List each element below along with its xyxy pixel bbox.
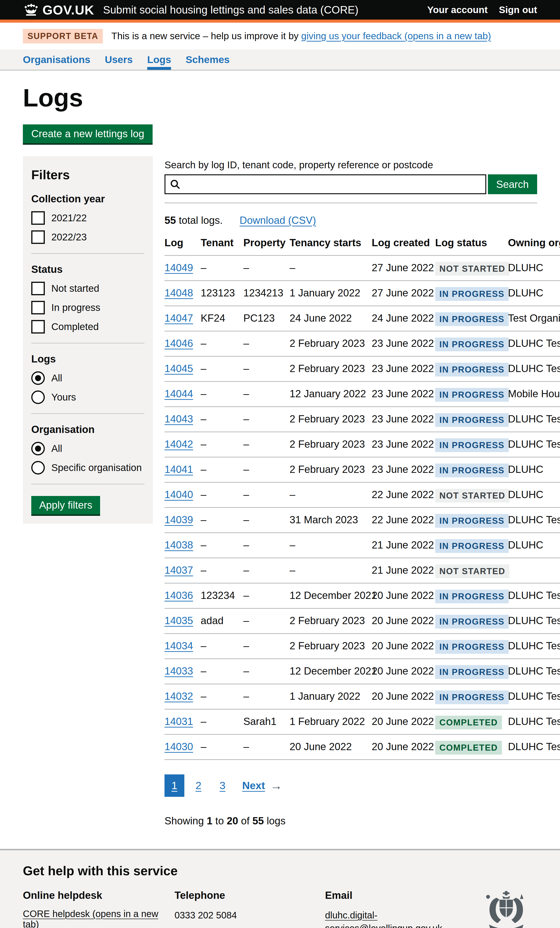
service-name[interactable]: Submit social housing lettings and sales…: [103, 3, 359, 16]
cell-tenancy_starts: 2 February 2023: [290, 609, 372, 634]
cell-log_created: 24 June 2022: [372, 306, 435, 331]
search-button[interactable]: Search: [488, 174, 537, 194]
log-link[interactable]: 14031: [165, 716, 193, 727]
pagination-page-2[interactable]: 2: [189, 774, 208, 797]
log-link[interactable]: 14033: [165, 665, 193, 677]
showing-text: to: [212, 815, 227, 826]
log-link[interactable]: 14041: [165, 464, 193, 475]
logs-results-column: Search by log ID, tenant code, property …: [165, 156, 560, 827]
email-heading: Email: [325, 890, 488, 901]
radio-organisation-specific[interactable]: [31, 461, 45, 475]
cell-tenant: –: [201, 634, 243, 659]
table-row: 14031–Sarah11 February 202220 June 2022C…: [165, 709, 560, 734]
cell-tenancy_starts: 2 February 2023: [290, 331, 372, 356]
arrow-right-icon: →: [270, 778, 282, 793]
pagination-page-1[interactable]: 1: [165, 774, 184, 797]
cell-owning-org: DLUHC: [508, 256, 560, 281]
table-row: 14040–––22 June 2022NOT STARTEDDLUHC: [165, 482, 560, 508]
cell-log_created: 21 June 2022: [372, 533, 435, 558]
cell-log_created: 21 June 2022: [372, 558, 435, 583]
cell-log_created: 23 June 2022: [372, 457, 435, 482]
phase-banner-text-before: This is a new service – help us improve …: [111, 31, 301, 41]
log-link[interactable]: 14037: [165, 564, 193, 576]
log-link[interactable]: 14046: [165, 337, 193, 349]
nav-item-schemes[interactable]: Schemes: [186, 49, 230, 70]
cell-tenancy_starts: 12 December 2021: [290, 659, 372, 684]
cell-tenancy_starts: –: [290, 533, 372, 558]
log-link[interactable]: 14032: [165, 690, 193, 702]
core-helpdesk-link[interactable]: CORE helpdesk (opens in a new tab): [23, 909, 158, 928]
column-header-tenancy-starts: Tenancy starts: [290, 237, 372, 256]
log-link[interactable]: 14049: [165, 262, 193, 273]
cell-tenancy_starts: –: [290, 558, 372, 583]
log-link[interactable]: 14047: [165, 312, 193, 324]
log-link[interactable]: 14042: [165, 438, 193, 450]
cell-property: –: [243, 256, 290, 281]
feedback-link[interactable]: giving us your feedback (opens in a new …: [301, 31, 491, 41]
log-link[interactable]: 14038: [165, 539, 193, 551]
log-link[interactable]: 14030: [165, 741, 193, 752]
search-input[interactable]: [165, 175, 485, 193]
radio-logs-yours[interactable]: [31, 391, 45, 404]
log-link[interactable]: 14044: [165, 388, 193, 399]
cell-tenancy_starts: 2 February 2023: [290, 356, 372, 382]
cell-tenant: –: [201, 432, 243, 457]
filter-option-row: Specific organisation: [31, 461, 145, 475]
status-badge: IN PROGRESS: [435, 337, 509, 351]
sign-out-link[interactable]: Sign out: [499, 5, 537, 15]
nav-item-organisations[interactable]: Organisations: [23, 49, 90, 70]
cell-property: –: [243, 457, 290, 482]
cell-property: –: [243, 634, 290, 659]
cell-log_created: 20 June 2022: [372, 734, 435, 760]
cell-owning-org: Mobile Housing: [508, 382, 560, 407]
checkbox-2021-22[interactable]: [31, 211, 45, 225]
radio-label: All: [51, 443, 62, 454]
status-badge: IN PROGRESS: [435, 312, 509, 326]
log-link[interactable]: 14045: [165, 363, 193, 374]
cell-tenant: –: [201, 356, 243, 382]
radio-logs-all[interactable]: [31, 371, 45, 385]
email-link[interactable]: dluhc.digital-services@levellingup.gov.u…: [325, 910, 442, 928]
download-csv-link[interactable]: Download (CSV): [240, 215, 316, 226]
cell-tenancy_starts: –: [290, 482, 372, 508]
log-link[interactable]: 14036: [165, 589, 193, 601]
cell-owning-org: DLUHC Test: [508, 609, 560, 634]
footer-heading: Get help with this service: [23, 863, 537, 878]
filter-group-organisation: Organisation All Specific organisation: [31, 424, 145, 475]
log-link[interactable]: 14035: [165, 615, 193, 626]
checkbox-label: 2021/22: [51, 212, 87, 224]
cell-log_created: 20 June 2022: [372, 634, 435, 659]
cell-tenant: 123234: [201, 583, 243, 609]
create-lettings-log-button[interactable]: Create a new lettings log: [23, 124, 153, 143]
checkbox-not-started[interactable]: [31, 282, 45, 295]
log-link[interactable]: 14034: [165, 640, 193, 652]
log-link[interactable]: 14040: [165, 489, 193, 500]
log-link[interactable]: 14039: [165, 514, 193, 525]
search-label: Search by log ID, tenant code, property …: [165, 156, 560, 171]
pagination-page-3[interactable]: 3: [212, 774, 232, 797]
cell-tenancy_starts: 31 March 2023: [290, 508, 372, 533]
radio-label: All: [51, 372, 62, 384]
filter-legend-logs: Logs: [31, 353, 145, 365]
pagination-next-link[interactable]: Next: [242, 780, 265, 792]
column-header-property: Property: [243, 237, 290, 256]
checkbox-2022-23[interactable]: [31, 230, 45, 244]
nav-item-users[interactable]: Users: [105, 49, 133, 70]
table-row: 14032––1 January 202220 June 2022IN PROG…: [165, 684, 560, 709]
checkbox-completed[interactable]: [31, 320, 45, 334]
cell-property: –: [243, 432, 290, 457]
nav-item-logs[interactable]: Logs: [147, 49, 171, 70]
status-badge: NOT STARTED: [435, 564, 510, 578]
govuk-logo-link[interactable]: GOV.UK: [23, 2, 94, 17]
cell-tenant: –: [201, 684, 243, 709]
cell-tenancy_starts: 1 January 2022: [290, 281, 372, 306]
log-link[interactable]: 14043: [165, 413, 193, 424]
cell-tenancy_starts: 12 December 2021: [290, 583, 372, 609]
log-link[interactable]: 14048: [165, 287, 193, 299]
your-account-link[interactable]: Your account: [427, 5, 488, 15]
apply-filters-button[interactable]: Apply filters: [31, 496, 100, 514]
radio-organisation-all[interactable]: [31, 442, 45, 455]
footer-helpdesk-column: Online helpdesk CORE helpdesk (opens in …: [23, 890, 174, 928]
govuk-logotype: GOV.UK: [43, 2, 94, 17]
checkbox-in-progress[interactable]: [31, 301, 45, 314]
